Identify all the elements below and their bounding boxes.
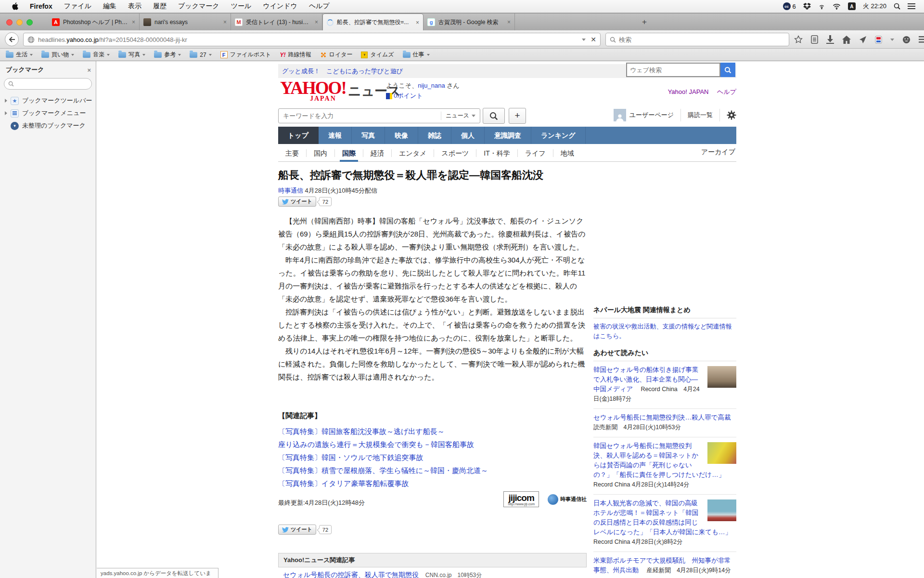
related-link[interactable]: 〔写真特集〕韓国旅客船沈没事故～逃げ出す船長～: [278, 425, 488, 438]
downloads-icon[interactable]: [826, 35, 834, 44]
bookmark-folder-27[interactable]: 27: [190, 52, 211, 58]
menu-history[interactable]: 履歴: [153, 2, 167, 11]
bookmark-reuters[interactable]: ロイター: [320, 51, 353, 59]
menu-clock[interactable]: 火 22:20: [863, 2, 886, 11]
menu-file[interactable]: ファイル: [64, 2, 91, 11]
url-dropdown-icon[interactable]: [582, 39, 586, 41]
stop-load-icon[interactable]: ✕: [590, 36, 596, 43]
news-search-input[interactable]: [283, 112, 441, 119]
search-input[interactable]: [619, 36, 785, 43]
user-page-link[interactable]: ユーザーページ: [629, 111, 674, 119]
back-button[interactable]: [5, 32, 19, 46]
expand-arrow-icon[interactable]: [5, 99, 7, 103]
close-tab-icon[interactable]: ×: [507, 19, 511, 26]
menu-bookmarks[interactable]: ブックマーク: [178, 2, 219, 11]
extension-icon[interactable]: [875, 36, 882, 44]
tweet-count[interactable]: 72: [319, 525, 332, 534]
minimize-window-button[interactable]: [16, 19, 23, 26]
nepal-link[interactable]: 被害の状況や救出活動、支援の情報など関連情報はこちら。: [593, 323, 732, 340]
related-link[interactable]: 〔写真特集〕イタリア豪華客船転覆事故: [278, 477, 488, 490]
subnav-international[interactable]: 国際: [334, 149, 363, 157]
menu-edit[interactable]: 編集: [103, 2, 116, 11]
menu-tools[interactable]: ツール: [231, 2, 252, 11]
points-link[interactable]: 0ポイント: [394, 92, 423, 100]
tweet-count[interactable]: 72: [319, 197, 332, 206]
url-bar[interactable]: headlines.yahoo.co.jp/hl?a=20150428-0000…: [23, 33, 601, 46]
related-link[interactable]: 〔写真特集〕積雪で屋根崩落、学生ら犠牲に～韓国・慶尚北道～: [278, 464, 488, 477]
hello-smiley-icon[interactable]: [902, 36, 911, 44]
sidebar-news-link[interactable]: 韓国セウォル号船長に無期懲役判決、殺人罪を認める＝韓国ネットからは賛否両論の声「…: [593, 442, 725, 478]
bookmark-folder-reference[interactable]: 参考: [154, 51, 181, 59]
spotlight-icon[interactable]: [894, 3, 900, 10]
expand-arrow-icon[interactable]: [5, 111, 7, 115]
nav-tab-photo[interactable]: 写真: [352, 127, 385, 144]
menu-window[interactable]: ウインドウ: [263, 2, 297, 11]
bookmark-folder-work[interactable]: 仕事: [403, 51, 430, 59]
sidebar-item-bookmarks-menu[interactable]: ブックマークメニュー: [0, 107, 96, 119]
related-link[interactable]: 〔写真特集〕韓国・ソウルで地下鉄追突事故: [278, 451, 488, 464]
nav-tab-video[interactable]: 映像: [385, 127, 418, 144]
promo-link[interactable]: グッと成長！ こどもにあった学びと遊び: [282, 67, 403, 76]
subnav-it-science[interactable]: IT・科学: [476, 149, 517, 157]
bookmark-folder-photo[interactable]: 写真: [118, 51, 145, 59]
web-search-input[interactable]: [626, 63, 720, 77]
tab-photoshop-help[interactable]: A Photoshop ヘルプ | Photos... ×: [48, 13, 140, 31]
gear-icon[interactable]: [727, 110, 736, 120]
bookmark-folder-music[interactable]: 音楽: [83, 51, 110, 59]
add-search-button[interactable]: +: [509, 108, 526, 124]
ribbons-thumbnail[interactable]: [707, 442, 736, 464]
notification-center-icon[interactable]: [908, 3, 915, 9]
menu-firefox[interactable]: Firefox: [30, 2, 52, 10]
sidebar-item-unsorted-bookmarks[interactable]: ▾ 未整理のブックマーク: [0, 119, 96, 132]
subnav-life[interactable]: ライフ: [517, 149, 553, 157]
yahoo-japan-link[interactable]: Yahoo! JAPAN: [668, 88, 709, 95]
subnav-economy[interactable]: 経済: [363, 149, 391, 157]
yahoo-japan-logo[interactable]: YAHOO! JAPAN: [280, 79, 346, 103]
zoom-window-button[interactable]: [26, 19, 33, 26]
nav-tab-poll[interactable]: 意識調査: [485, 127, 531, 144]
menu-view[interactable]: 表示: [128, 2, 141, 11]
subnav-entertainment[interactable]: エンタメ: [391, 149, 434, 157]
input-method-icon[interactable]: A: [848, 2, 856, 10]
close-sidebar-icon[interactable]: ×: [87, 66, 91, 74]
nav-tab-magazine[interactable]: 雑誌: [418, 127, 451, 144]
sidebar-news-link[interactable]: セウォル号船長に無期懲役判決…殺人罪で高裁: [593, 414, 731, 421]
apple-icon[interactable]: [12, 2, 18, 10]
bookmarks-panel-icon[interactable]: [811, 35, 818, 44]
ship-thumbnail[interactable]: [707, 366, 736, 388]
new-tab-button[interactable]: +: [638, 17, 651, 27]
bookmark-filepost[interactable]: Fファイルポスト: [220, 51, 271, 59]
close-tab-icon[interactable]: ×: [416, 19, 419, 26]
extension-dropdown-icon[interactable]: [890, 39, 894, 41]
menu-hamburger-icon[interactable]: [919, 36, 924, 43]
nav-tab-ranking[interactable]: ランキング: [531, 127, 586, 144]
home-icon[interactable]: [842, 36, 851, 44]
nav-tab-personal[interactable]: 個人: [451, 127, 485, 144]
bookmark-star-icon[interactable]: [794, 35, 803, 44]
bookmark-folder-life[interactable]: 生活: [6, 51, 33, 59]
share-icon[interactable]: [859, 36, 867, 44]
close-tab-icon[interactable]: ×: [223, 19, 227, 26]
news-search-button[interactable]: [483, 108, 505, 124]
tab-yahoo-news-active[interactable]: 船長、控訴審で無期懲役=... ×: [322, 13, 424, 31]
tab-google-search[interactable]: g 古賀茂明 - Google 検索 ×: [424, 13, 515, 31]
jijicom-logo[interactable]: jijicom http://www.jiji.com: [503, 491, 539, 507]
creative-cloud-icon[interactable]: cc: [783, 2, 791, 10]
menu-help[interactable]: ヘルプ: [309, 2, 330, 11]
help-link[interactable]: ヘルプ: [717, 88, 736, 95]
close-window-button[interactable]: [6, 19, 13, 26]
nav-tab-flash[interactable]: 速報: [319, 127, 352, 144]
search-bar[interactable]: [605, 33, 789, 46]
subnav-sports[interactable]: スポーツ: [434, 149, 476, 157]
related-link[interactable]: 座り込みの遺族ら連行＝大規模集会で衝突も－韓国客船事故: [278, 438, 488, 451]
subnav-domestic[interactable]: 国内: [306, 149, 334, 157]
search-scope-dropdown[interactable]: ニュース: [441, 112, 475, 120]
tab-naris-essays[interactable]: nari's essays ×: [140, 13, 231, 31]
subnav-region[interactable]: 地域: [553, 149, 581, 157]
bookmark-transit[interactable]: Y!路線情報: [280, 51, 311, 59]
subnav-main[interactable]: 主要: [278, 149, 306, 157]
tweet-button[interactable]: ツイート: [278, 525, 316, 535]
nav-tab-top[interactable]: トップ: [278, 127, 319, 144]
web-search-button[interactable]: [720, 63, 735, 77]
sidebar-search-input[interactable]: [4, 78, 92, 90]
